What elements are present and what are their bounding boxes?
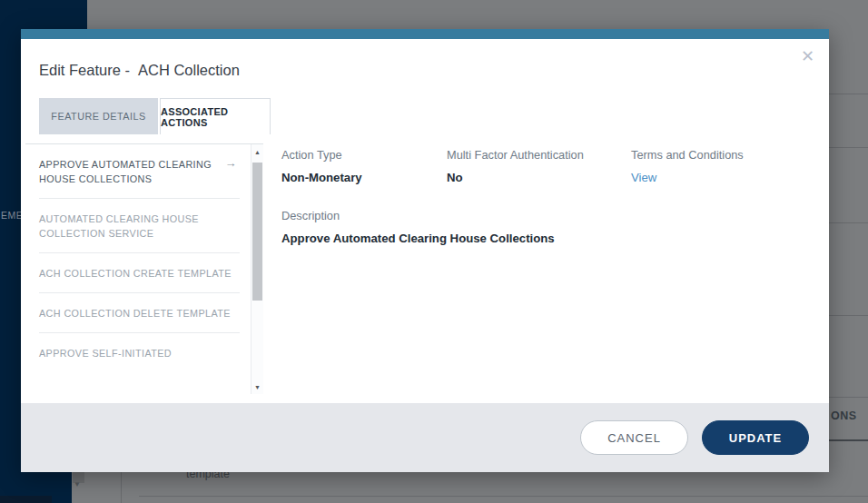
- dialog-tabs: FEATURE DETAILS ASSOCIATED ACTIONS: [39, 98, 271, 134]
- list-item-ach-collection-service[interactable]: AUTOMATED CLEARING HOUSE COLLECTION SERV…: [25, 199, 251, 253]
- background-table-divider: [829, 397, 868, 398]
- scrollbar-up-icon[interactable]: ▲: [252, 149, 263, 155]
- action-type-label: Action Type: [281, 148, 342, 162]
- list-scrollbar[interactable]: ▲ ▼: [251, 144, 263, 394]
- background-scrollbar-down-icon: ▼: [74, 480, 81, 488]
- mfa-value: No: [447, 171, 463, 184]
- tab-associated-actions[interactable]: ASSOCIATED ACTIONS: [160, 98, 271, 134]
- dialog-footer: CANCEL UPDATE: [21, 403, 829, 472]
- background-table-divider: [829, 94, 868, 94]
- list-item-ach-create-template[interactable]: ACH COLLECTION CREATE TEMPLATE: [25, 253, 251, 293]
- list-item-label: AUTOMATED CLEARING HOUSE COLLECTION SERV…: [39, 212, 237, 241]
- list-item-ach-delete-template[interactable]: ACH COLLECTION DELETE TEMPLATE: [25, 293, 251, 333]
- dialog-title-prefix: Edit Feature -: [39, 62, 130, 78]
- list-item-approve-self-initiated[interactable]: APPROVE SELF-INITIATED: [25, 333, 251, 373]
- background-table-divider: [829, 147, 868, 148]
- list-item-label: ACH COLLECTION DELETE TEMPLATE: [39, 306, 237, 321]
- terms-view-link[interactable]: View: [631, 171, 656, 184]
- background-table-header-divider: [829, 439, 868, 441]
- dialog-accent-bar: [21, 29, 829, 39]
- arrow-right-icon: →: [225, 157, 237, 170]
- terms-label: Terms and Conditions: [631, 148, 744, 162]
- description-label: Description: [281, 209, 340, 222]
- update-button[interactable]: UPDATE: [702, 420, 809, 455]
- background-sidebar-top: [0, 0, 87, 29]
- background-table-divider: [829, 315, 868, 316]
- scrollbar-down-icon[interactable]: ▼: [252, 384, 263, 390]
- edit-feature-dialog: ✕ Edit Feature -ACH Collection FEATURE D…: [21, 29, 829, 472]
- list-item-label: APPROVE SELF-INITIATED: [39, 346, 237, 360]
- background-vertical-divider: [121, 472, 122, 503]
- dialog-title: Edit Feature -ACH Collection: [39, 62, 240, 79]
- action-type-value: Non-Monetary: [281, 171, 362, 184]
- screen: EMEN ONS template ▼ ✕ Edit Feature -ACH …: [0, 0, 868, 503]
- associated-actions-list: APPROVE AUTOMATED CLEARING HOUSE COLLECT…: [25, 143, 263, 394]
- mfa-label: Multi Factor Authentication: [447, 148, 584, 162]
- tab-feature-details[interactable]: FEATURE DETAILS: [39, 98, 158, 134]
- list-item-label: APPROVE AUTOMATED CLEARING HOUSE COLLECT…: [39, 157, 222, 186]
- background-sidebar-bottom-strip: [0, 496, 52, 503]
- dialog-feature-name: ACH Collection: [138, 62, 240, 78]
- action-list-items: APPROVE AUTOMATED CLEARING HOUSE COLLECT…: [25, 144, 251, 394]
- close-icon[interactable]: ✕: [801, 48, 814, 64]
- background-table-header-fragment: ONS: [831, 409, 857, 422]
- cancel-button[interactable]: CANCEL: [580, 420, 688, 455]
- description-value: Approve Automated Clearing House Collect…: [281, 232, 555, 245]
- list-item-label: ACH COLLECTION CREATE TEMPLATE: [39, 266, 237, 281]
- list-item-approve-ach-collections[interactable]: APPROVE AUTOMATED CLEARING HOUSE COLLECT…: [25, 144, 251, 199]
- background-table-divider: [829, 222, 868, 223]
- background-row-divider: [139, 496, 868, 497]
- scrollbar-thumb[interactable]: [252, 163, 262, 301]
